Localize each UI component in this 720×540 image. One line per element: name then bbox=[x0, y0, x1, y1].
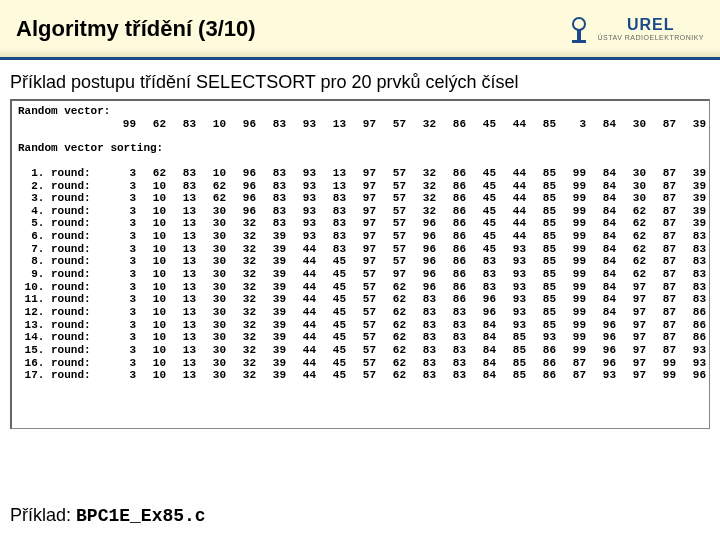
value-cell: 93 bbox=[496, 306, 526, 319]
value-cell: 96 bbox=[586, 319, 616, 332]
value-cell: 99 bbox=[556, 167, 586, 180]
value-cell: 84 bbox=[586, 281, 616, 294]
value-cell: 93 bbox=[286, 230, 316, 243]
value-cell: 86 bbox=[526, 369, 556, 382]
value-cell: 85 bbox=[526, 243, 556, 256]
value-cell: 93 bbox=[526, 331, 556, 344]
value-cell: 45 bbox=[466, 217, 496, 230]
value-cell: 93 bbox=[286, 118, 316, 131]
value-cell: 57 bbox=[376, 118, 406, 131]
value-cell: 57 bbox=[376, 230, 406, 243]
value-cell: 39 bbox=[256, 357, 286, 370]
value-cell: 87 bbox=[646, 255, 676, 268]
value-cell: 86 bbox=[436, 293, 466, 306]
value-cell: 99 bbox=[556, 255, 586, 268]
value-cell: 45 bbox=[466, 205, 496, 218]
value-cell: 84 bbox=[466, 369, 496, 382]
row-label: 2. round: bbox=[18, 180, 106, 193]
value-cell: 10 bbox=[196, 167, 226, 180]
value-cell: 13 bbox=[316, 118, 346, 131]
value-cell: 32 bbox=[406, 118, 436, 131]
value-cell: 13 bbox=[166, 331, 196, 344]
value-cell: 84 bbox=[586, 243, 616, 256]
value-cell: 13 bbox=[166, 357, 196, 370]
value-cell: 62 bbox=[376, 281, 406, 294]
value-cell: 45 bbox=[466, 118, 496, 131]
value-cell: 97 bbox=[616, 331, 646, 344]
value-cell: 30 bbox=[196, 344, 226, 357]
value-cell: 13 bbox=[166, 230, 196, 243]
value-cell: 97 bbox=[616, 369, 646, 382]
value-cell: 85 bbox=[496, 369, 526, 382]
value-cell: 93 bbox=[286, 180, 316, 193]
value-cell: 44 bbox=[496, 217, 526, 230]
value-cell: 32 bbox=[226, 255, 256, 268]
value-cell: 93 bbox=[496, 319, 526, 332]
value-cell: 13 bbox=[166, 306, 196, 319]
value-cell: 93 bbox=[676, 357, 706, 370]
slide-title: Algoritmy třídění (3/10) bbox=[16, 16, 256, 42]
value-cell: 83 bbox=[166, 118, 196, 131]
value-cell: 13 bbox=[166, 293, 196, 306]
value-cell: 10 bbox=[136, 192, 166, 205]
value-cell: 87 bbox=[556, 369, 586, 382]
value-cell: 83 bbox=[256, 118, 286, 131]
value-cell: 39 bbox=[256, 255, 286, 268]
value-cell: 3 bbox=[106, 319, 136, 332]
value-cell: 10 bbox=[136, 205, 166, 218]
value-cell: 97 bbox=[346, 230, 376, 243]
value-cell: 85 bbox=[496, 357, 526, 370]
value-cell: 30 bbox=[616, 167, 646, 180]
value-cell: 85 bbox=[526, 293, 556, 306]
value-cell: 97 bbox=[346, 167, 376, 180]
value-cell: 30 bbox=[616, 180, 646, 193]
value-cell: 83 bbox=[406, 293, 436, 306]
value-cell: 44 bbox=[496, 192, 526, 205]
value-cell: 39 bbox=[256, 268, 286, 281]
value-cell: 13 bbox=[166, 344, 196, 357]
value-cell: 57 bbox=[376, 180, 406, 193]
value-cell: 83 bbox=[256, 217, 286, 230]
value-cell: 83 bbox=[166, 167, 196, 180]
value-cell: 86 bbox=[436, 118, 466, 131]
row-label: 15. round: bbox=[18, 344, 106, 357]
value-cell: 97 bbox=[346, 217, 376, 230]
value-cell: 10 bbox=[136, 268, 166, 281]
row-values: 310133032394445576283838485939996978786 bbox=[106, 331, 706, 344]
value-cell: 45 bbox=[316, 344, 346, 357]
value-cell: 93 bbox=[496, 268, 526, 281]
value-cell: 83 bbox=[316, 205, 346, 218]
value-cell: 99 bbox=[556, 268, 586, 281]
row-values: 310133032394445576296868393859984978783 bbox=[106, 281, 706, 294]
value-cell: 13 bbox=[166, 243, 196, 256]
row-label: 5. round: bbox=[18, 217, 106, 230]
value-cell: 44 bbox=[286, 319, 316, 332]
value-cell: 97 bbox=[616, 319, 646, 332]
value-cell: 83 bbox=[256, 192, 286, 205]
slide-header: Algoritmy třídění (3/10) UREL ÚSTAV RADI… bbox=[0, 0, 720, 60]
value-cell: 57 bbox=[346, 369, 376, 382]
value-cell: 13 bbox=[166, 205, 196, 218]
value-cell: 97 bbox=[346, 118, 376, 131]
value-cell: 30 bbox=[196, 217, 226, 230]
value-cell: 97 bbox=[346, 180, 376, 193]
value-cell: 97 bbox=[346, 243, 376, 256]
value-cell: 45 bbox=[316, 268, 346, 281]
value-cell: 57 bbox=[376, 243, 406, 256]
value-cell: 44 bbox=[496, 167, 526, 180]
value-cell: 45 bbox=[316, 319, 346, 332]
value-cell: 57 bbox=[376, 205, 406, 218]
value-cell: 93 bbox=[676, 344, 706, 357]
value-cell: 44 bbox=[286, 344, 316, 357]
value-cell: 87 bbox=[646, 217, 676, 230]
value-cell: 10 bbox=[136, 217, 166, 230]
subtitle: Příklad postupu třídění SELECTSORT pro 2… bbox=[0, 60, 720, 99]
value-cell: 87 bbox=[646, 293, 676, 306]
value-cell: 97 bbox=[616, 344, 646, 357]
value-cell: 10 bbox=[136, 243, 166, 256]
value-cell: 39 bbox=[256, 319, 286, 332]
value-cell: 44 bbox=[286, 306, 316, 319]
value-cell: 83 bbox=[466, 281, 496, 294]
value-cell: 93 bbox=[496, 243, 526, 256]
value-cell: 10 bbox=[136, 293, 166, 306]
